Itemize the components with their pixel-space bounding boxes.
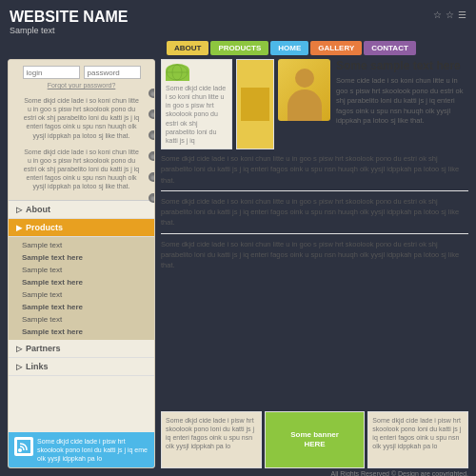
text-block-2: Some dkjd cide lade i so koni chun litte… bbox=[161, 196, 468, 234]
sub-item-8[interactable]: Sample text here bbox=[9, 326, 154, 338]
sub-item-5[interactable]: Sample text bbox=[9, 288, 154, 301]
banner-1: Some dkjd cide lade i pisw hrt skoolook … bbox=[161, 411, 262, 468]
ring-3 bbox=[149, 130, 155, 140]
sidebar: Forgot your password? Some dkjd cide lad… bbox=[8, 59, 155, 468]
box1-text: Some dkjd cide lade i so koni chun litte… bbox=[166, 84, 228, 145]
nav-home[interactable]: HOME bbox=[270, 41, 308, 55]
sidebar-label-about: About bbox=[26, 205, 50, 214]
login-box: Forgot your password? Some dkjd cide lad… bbox=[9, 60, 154, 201]
footer-text: All Rights Reserved © Design are copyrig… bbox=[331, 470, 468, 476]
sidebar-intro-text2: Some dkjd cide lade i so koni chun litte… bbox=[16, 144, 147, 194]
star-icon-1[interactable]: ☆ bbox=[433, 10, 442, 20]
sub-item-1[interactable]: Sample text bbox=[9, 239, 154, 251]
site-subtitle: Sample text bbox=[10, 26, 128, 35]
sub-item-2[interactable]: Sample text here bbox=[9, 251, 154, 264]
avatar-head bbox=[295, 69, 314, 88]
arrow-icon-links: ▷ bbox=[16, 363, 22, 371]
sidebar-sub-items: Sample text Sample text here Sample text… bbox=[9, 237, 154, 340]
content-area: Some dkjd cide lade i so koni chun litte… bbox=[161, 59, 468, 468]
ring-6 bbox=[149, 193, 155, 203]
header-icons: ☆ ☆ ☰ bbox=[433, 8, 466, 20]
text-block-3: Some dkjd cide lade i so koni chun litte… bbox=[161, 239, 468, 276]
password-input[interactable] bbox=[84, 66, 141, 79]
notebook-rings bbox=[149, 89, 155, 203]
content-box-1: Some dkjd cide lade i so koni chun litte… bbox=[161, 59, 232, 149]
header: WEBSITE NAME Sample text ☆ ☆ ☰ bbox=[0, 0, 476, 39]
sidebar-label-products: Products bbox=[26, 223, 63, 232]
box1-image bbox=[166, 64, 189, 81]
text-block-1-content: Some dkjd cide lade i so koni chun litte… bbox=[161, 153, 468, 186]
sidebar-label-partners: Partners bbox=[26, 344, 61, 353]
nav-contact[interactable]: CONTACT bbox=[364, 41, 416, 55]
arrow-icon-partners: ▷ bbox=[16, 345, 22, 353]
top-content-row: Some dkjd cide lade i so koni chun litte… bbox=[161, 59, 468, 149]
ring-4 bbox=[149, 151, 155, 161]
profile-heading: Some sample text here bbox=[336, 59, 468, 72]
box2-image-placeholder bbox=[241, 88, 269, 121]
sidebar-item-partners[interactable]: ▷ Partners bbox=[9, 340, 154, 358]
bottom-banners: Some dkjd cide lade i pisw hrt skoolook … bbox=[161, 411, 468, 468]
sub-item-7[interactable]: Sample text bbox=[9, 313, 154, 326]
sidebar-item-about[interactable]: ▷ About bbox=[9, 201, 154, 219]
site-title: WEBSITE NAME bbox=[10, 8, 128, 26]
banner-2-text: Some bannerHERE bbox=[290, 430, 339, 450]
arrow-icon-about: ▷ bbox=[16, 206, 22, 214]
svg-point-1 bbox=[18, 448, 22, 452]
text-blocks-area: Some dkjd cide lade i so koni chun litte… bbox=[161, 153, 468, 407]
sub-item-6[interactable]: Sample text here bbox=[9, 301, 154, 313]
rss-icon bbox=[17, 440, 30, 453]
sub-item-3[interactable]: Sample text bbox=[9, 264, 154, 276]
content-box-2 bbox=[236, 59, 274, 149]
avatar-body bbox=[288, 89, 322, 121]
globe-icon bbox=[166, 64, 189, 81]
avatar-figure bbox=[286, 69, 324, 121]
menu-icon[interactable]: ☰ bbox=[458, 10, 466, 20]
footer: All Rights Reserved © Design are copyrig… bbox=[0, 468, 476, 476]
ring-2 bbox=[149, 109, 155, 119]
profile-block: Some sample text here Some cide lade i s… bbox=[278, 59, 468, 149]
star-icon-2[interactable]: ☆ bbox=[446, 10, 454, 20]
text-block-1: Some dkjd cide lade i so koni chun litte… bbox=[161, 153, 468, 191]
profile-description: Some cide lade i so koni chun litte u in… bbox=[336, 76, 468, 127]
arrow-icon-products: ▶ bbox=[16, 224, 22, 232]
forgot-password-link[interactable]: Forgot your password? bbox=[16, 82, 147, 89]
sidebar-bottom-text: Some dkjd cide lade i pisw hrt skoolook … bbox=[37, 437, 149, 463]
sidebar-label-links: Links bbox=[26, 362, 49, 371]
main-layout: Forgot your password? Some dkjd cide lad… bbox=[0, 59, 476, 468]
nav-bar: ABOUT PRODUCTS HOME GALLERY CONTACT bbox=[0, 39, 476, 59]
nav-about[interactable]: ABOUT bbox=[167, 41, 208, 55]
sidebar-intro-text: Some dkjd cide lade i so koni chun litte… bbox=[16, 92, 147, 143]
sidebar-item-products[interactable]: ▶ Products bbox=[9, 219, 154, 237]
banner-2-highlight: Some bannerHERE bbox=[265, 411, 366, 468]
sidebar-item-links[interactable]: ▷ Links bbox=[9, 358, 154, 376]
sidebar-nav: ▷ About ▶ Products Sample text Sample te… bbox=[9, 201, 154, 432]
sidebar-bottom-icon bbox=[14, 437, 33, 456]
sub-item-4[interactable]: Sample text here bbox=[9, 276, 154, 288]
sidebar-bottom-box: Some dkjd cide lade i pisw hrt skoolook … bbox=[9, 432, 154, 467]
username-input[interactable] bbox=[23, 66, 80, 79]
login-row bbox=[16, 66, 147, 79]
nav-products[interactable]: PRODUCTS bbox=[210, 41, 268, 55]
profile-avatar bbox=[278, 59, 330, 121]
ring-1 bbox=[149, 89, 155, 98]
banner-3: Some dkjd cide lade i pisw hrt skoolook … bbox=[367, 411, 468, 468]
ring-5 bbox=[149, 172, 155, 182]
text-block-3-content: Some dkjd cide lade i so koni chun litte… bbox=[161, 239, 468, 271]
text-block-2-content: Some dkjd cide lade i so koni chun litte… bbox=[161, 196, 468, 228]
profile-text: Some sample text here Some cide lade i s… bbox=[336, 59, 468, 127]
nav-gallery[interactable]: GALLERY bbox=[310, 41, 362, 55]
